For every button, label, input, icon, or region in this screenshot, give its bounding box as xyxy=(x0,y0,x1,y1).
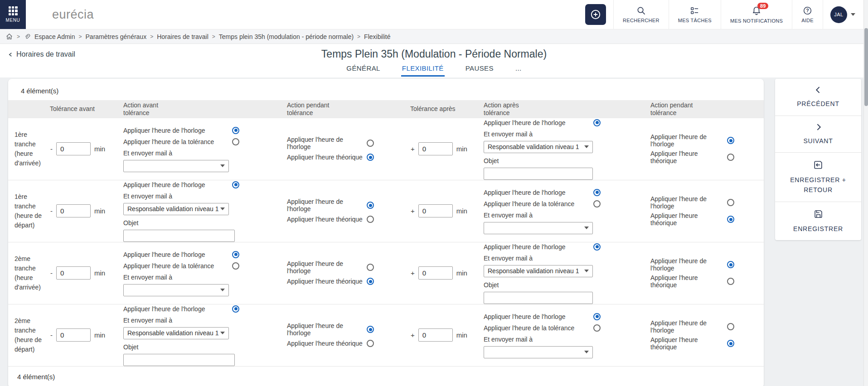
radio-button[interactable] xyxy=(727,199,734,206)
radio-label: Appliquer l'heure de l'horloge xyxy=(484,119,565,126)
radio-button[interactable] xyxy=(593,243,601,251)
mail-select[interactable] xyxy=(123,160,229,172)
objet-input[interactable] xyxy=(123,354,235,366)
user-menu[interactable]: JAL xyxy=(823,0,862,29)
radio-label: Appliquer l'heure de l'horloge xyxy=(484,189,565,196)
add-button[interactable] xyxy=(585,4,606,25)
radio-button[interactable] xyxy=(367,326,374,333)
tab-pauses[interactable]: PAUSES xyxy=(465,63,495,77)
radio-button[interactable] xyxy=(727,261,734,268)
tasks-button[interactable]: MES TÂCHES xyxy=(669,0,721,29)
breadcrumb-item[interactable]: Horaires de travail xyxy=(157,33,209,40)
save-button[interactable]: ENREGISTRER xyxy=(775,202,861,241)
action-cell: Appliquer l'heure de l'horlogeAppliquer … xyxy=(287,322,404,348)
radio-button[interactable] xyxy=(593,324,601,332)
mail-label: Et envoyer mail à xyxy=(123,193,239,200)
search-button[interactable]: RECHERCHER xyxy=(613,0,669,29)
breadcrumb-item[interactable]: Espace Admin xyxy=(34,33,75,40)
radio-button[interactable] xyxy=(232,262,239,270)
tolerance-after-input[interactable] xyxy=(418,204,453,217)
tolerance-before-input[interactable] xyxy=(56,142,91,155)
radio-button[interactable] xyxy=(232,181,239,188)
radio-button[interactable] xyxy=(367,202,374,209)
app-grid-icon xyxy=(9,6,18,15)
home-icon[interactable] xyxy=(5,33,13,40)
radio-button[interactable] xyxy=(367,216,374,223)
radio-button[interactable] xyxy=(367,154,374,161)
objet-label: Objet xyxy=(484,281,601,289)
radio-button[interactable] xyxy=(367,340,374,347)
menu-button[interactable]: MENU xyxy=(0,0,26,29)
mail-select[interactable]: Responsable validation niveau 1 xyxy=(123,203,229,215)
tab-flexibilite[interactable]: FLEXIBILITÉ xyxy=(401,63,445,77)
radio-button[interactable] xyxy=(727,216,734,223)
radio-button[interactable] xyxy=(593,119,601,126)
radio-option: Appliquer l'heure théorique xyxy=(650,274,734,289)
mail-label: Et envoyer mail à xyxy=(123,274,239,281)
radio-label: Appliquer l'heure de l'horloge xyxy=(484,313,565,320)
help-button[interactable]: ? AIDE xyxy=(792,0,823,29)
save-return-button[interactable]: ENREGISTRER + RETOUR xyxy=(775,153,861,202)
save-icon xyxy=(814,209,823,219)
chevron-down-icon xyxy=(584,270,589,272)
radio-option: Appliquer l'heure théorique xyxy=(650,336,734,351)
breadcrumb-item[interactable]: Paramètres généraux xyxy=(86,33,147,40)
back-link[interactable]: Horaires de travail xyxy=(8,50,75,58)
objet-input[interactable] xyxy=(484,168,593,180)
radio-button[interactable] xyxy=(232,138,239,145)
tolerance-before-input[interactable] xyxy=(56,204,91,217)
radio-option: Appliquer l'heure de l'horloge xyxy=(650,133,734,148)
tolerance-unit: min xyxy=(94,145,105,153)
tolerance-after-input[interactable] xyxy=(418,328,453,342)
objet-label: Objet xyxy=(123,343,239,351)
objet-input[interactable] xyxy=(484,292,593,304)
action-cell: Appliquer l'heure de l'horlogeAppliquer … xyxy=(287,198,404,224)
tolerance-after-input[interactable] xyxy=(418,142,453,155)
radio-button[interactable] xyxy=(727,340,734,347)
radio-label: Appliquer l'heure de l'horloge xyxy=(123,127,205,134)
radio-button[interactable] xyxy=(367,278,374,285)
radio-button[interactable] xyxy=(727,323,734,330)
next-button[interactable]: SUIVANT xyxy=(775,116,861,153)
tab-general[interactable]: GÉNÉRAL xyxy=(345,63,381,77)
tolerance-after-input[interactable] xyxy=(418,266,453,280)
radio-label: Appliquer l'heure de l'horloge xyxy=(123,251,205,258)
tab-more[interactable]: ... xyxy=(514,63,523,77)
mail-select[interactable] xyxy=(484,346,593,358)
breadcrumb-separator: > xyxy=(17,34,20,40)
previous-button[interactable]: PRÉCÉDENT xyxy=(775,79,861,116)
logo[interactable]: eurécia xyxy=(52,8,94,22)
objet-input[interactable] xyxy=(123,230,235,242)
mail-select[interactable] xyxy=(484,222,593,234)
mail-select[interactable]: Responsable validation niveau 1 xyxy=(484,141,593,153)
action-cell: Appliquer l'heure de l'horlogeAppliquer … xyxy=(287,136,404,162)
radio-button[interactable] xyxy=(232,127,239,134)
avatar: JAL xyxy=(830,6,847,23)
radio-button[interactable] xyxy=(727,278,734,285)
radio-button[interactable] xyxy=(367,264,374,271)
notifications-button[interactable]: 89 MES NOTIFICATIONS xyxy=(721,0,792,29)
radio-button[interactable] xyxy=(367,140,374,147)
radio-button[interactable] xyxy=(727,137,734,144)
scrollbar[interactable] xyxy=(863,0,868,386)
tolerance-before-input[interactable] xyxy=(56,328,91,342)
tolerance-after: +min xyxy=(404,328,484,342)
radio-button[interactable] xyxy=(593,189,601,196)
radio-button[interactable] xyxy=(727,154,734,161)
mail-select[interactable] xyxy=(123,284,229,296)
scrollbar-thumb[interactable] xyxy=(864,28,868,106)
radio-label: Appliquer l'heure théorique xyxy=(287,340,363,347)
radio-button[interactable] xyxy=(232,251,239,258)
radio-button[interactable] xyxy=(593,313,601,320)
breadcrumb-item[interactable]: Temps plein 35h (modulation - période no… xyxy=(219,33,354,40)
mail-select[interactable]: Responsable validation niveau 1 xyxy=(484,265,593,277)
radio-button[interactable] xyxy=(232,305,239,313)
radio-button[interactable] xyxy=(593,200,601,207)
radio-label: Appliquer l'heure théorique xyxy=(650,336,724,351)
radio-option: Appliquer l'heure de l'horloge xyxy=(484,242,601,251)
tolerance-before-input[interactable] xyxy=(56,266,91,280)
action-cell: Appliquer l'heure de l'horlogeAppliquer … xyxy=(123,126,287,172)
mail-select[interactable]: Responsable validation niveau 1 xyxy=(123,327,229,339)
chevron-down-icon xyxy=(851,13,855,16)
save-label: ENREGISTRER xyxy=(793,224,843,234)
